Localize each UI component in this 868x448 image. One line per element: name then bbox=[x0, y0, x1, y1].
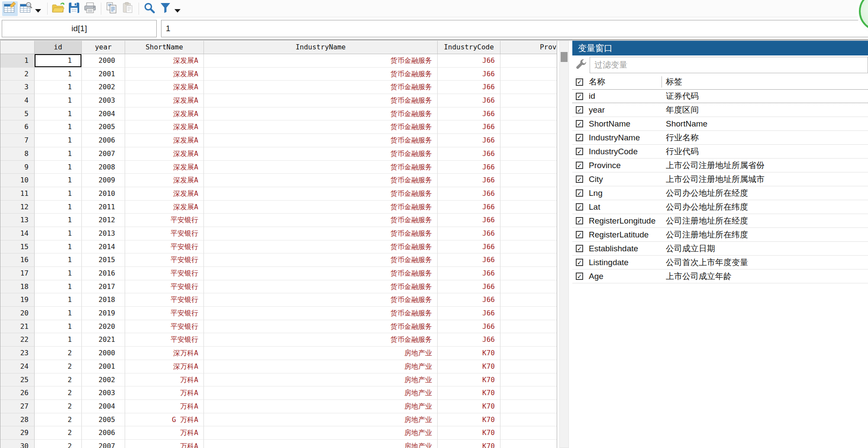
cell-ShortName[interactable]: 万科A bbox=[125, 400, 204, 413]
variable-row-IndustryCode[interactable]: ✓IndustryCode行业代码 bbox=[572, 145, 868, 159]
cell-IndustryName[interactable]: 房地产业 bbox=[204, 373, 438, 387]
cell-IndustryCode[interactable]: J66 bbox=[438, 201, 500, 214]
cell-id[interactable]: 1 bbox=[35, 201, 82, 214]
cell-IndustryName[interactable]: 货币金融服务 bbox=[204, 267, 438, 280]
row-number[interactable]: 30 bbox=[0, 440, 35, 448]
select-all-checkbox[interactable]: ✓ bbox=[576, 78, 583, 86]
cell-IndustryCode[interactable]: K70 bbox=[438, 426, 500, 440]
cell-IndustryCode[interactable]: K70 bbox=[438, 413, 500, 427]
cell-Province[interactable] bbox=[500, 280, 557, 294]
row-number[interactable]: 17 bbox=[0, 267, 35, 280]
cell-IndustryCode[interactable]: J66 bbox=[438, 214, 500, 227]
cell-ShortName[interactable]: 深发展A bbox=[125, 161, 204, 174]
filter-dropdown-caret-icon[interactable] bbox=[174, 9, 181, 13]
cell-year[interactable]: 2000 bbox=[82, 54, 125, 68]
variable-checkbox[interactable]: ✓ bbox=[576, 106, 583, 114]
filter-button[interactable] bbox=[158, 1, 173, 16]
cell-id[interactable]: 1 bbox=[35, 54, 82, 68]
cell-id[interactable]: 1 bbox=[35, 280, 82, 294]
cell-IndustryCode[interactable]: J66 bbox=[438, 267, 500, 280]
row-number[interactable]: 3 bbox=[0, 81, 35, 94]
cell-year[interactable]: 2013 bbox=[82, 227, 125, 240]
cell-Province[interactable] bbox=[500, 307, 557, 320]
row-number[interactable]: 26 bbox=[0, 386, 35, 400]
cell-IndustryName[interactable]: 货币金融服务 bbox=[204, 214, 438, 227]
cell-year[interactable]: 2006 bbox=[82, 134, 125, 147]
cell-year[interactable]: 2003 bbox=[82, 386, 125, 400]
cell-year[interactable]: 2016 bbox=[82, 267, 125, 280]
cell-id[interactable]: 2 bbox=[35, 413, 82, 427]
cell-IndustryCode[interactable]: K70 bbox=[438, 373, 500, 387]
variable-row-RegisterLongitude[interactable]: ✓RegisterLongitude公司注册地址所在经度 bbox=[572, 214, 868, 228]
cell-ShortName[interactable]: 平安银行 bbox=[125, 320, 204, 334]
row-number[interactable]: 13 bbox=[0, 214, 35, 227]
row-number[interactable]: 16 bbox=[0, 253, 35, 267]
cell-IndustryName[interactable]: 货币金融服务 bbox=[204, 333, 438, 347]
cell-IndustryCode[interactable]: J66 bbox=[438, 68, 500, 81]
browse-table-dropdown-caret-icon[interactable] bbox=[35, 9, 41, 13]
row-number[interactable]: 10 bbox=[0, 174, 35, 187]
cell-year[interactable]: 2019 bbox=[82, 307, 125, 320]
variable-checkbox[interactable]: ✓ bbox=[576, 93, 583, 100]
cell-Province[interactable] bbox=[500, 320, 557, 334]
row-number[interactable]: 12 bbox=[0, 201, 35, 214]
column-header-Province[interactable]: Province bbox=[500, 41, 557, 54]
cell-IndustryCode[interactable]: J66 bbox=[438, 107, 500, 121]
grid-vertical-scrollbar[interactable] bbox=[559, 41, 569, 448]
cell-year[interactable]: 2010 bbox=[82, 187, 125, 201]
cell-year[interactable]: 2000 bbox=[82, 347, 125, 360]
cell-Province[interactable] bbox=[500, 413, 557, 427]
row-number[interactable]: 28 bbox=[0, 413, 35, 427]
cell-ShortName[interactable]: 万科A bbox=[125, 426, 204, 440]
cell-year[interactable]: 2004 bbox=[82, 107, 125, 121]
cell-year[interactable]: 2007 bbox=[82, 147, 125, 161]
column-header-ShortName[interactable]: ShortName bbox=[125, 41, 204, 54]
cell-Province[interactable] bbox=[500, 161, 557, 174]
cell-year[interactable]: 2021 bbox=[82, 333, 125, 347]
cell-IndustryCode[interactable]: J66 bbox=[438, 94, 500, 107]
cell-ShortName[interactable]: G 万科A bbox=[125, 413, 204, 427]
cell-ShortName[interactable]: 深万科A bbox=[125, 347, 204, 360]
cell-Province[interactable] bbox=[500, 360, 557, 373]
cell-ShortName[interactable]: 平安银行 bbox=[125, 280, 204, 294]
cell-year[interactable]: 2015 bbox=[82, 253, 125, 267]
variable-row-year[interactable]: ✓year年度区间 bbox=[572, 103, 868, 117]
cell-IndustryName[interactable]: 房地产业 bbox=[204, 386, 438, 400]
cell-id[interactable]: 1 bbox=[35, 227, 82, 240]
row-number[interactable]: 11 bbox=[0, 187, 35, 201]
variable-checkbox[interactable]: ✓ bbox=[576, 231, 583, 238]
cell-ShortName[interactable]: 深发展A bbox=[125, 54, 204, 68]
cell-IndustryCode[interactable]: J66 bbox=[438, 280, 500, 294]
cell-id[interactable]: 1 bbox=[35, 94, 82, 107]
row-number[interactable]: 29 bbox=[0, 426, 35, 440]
cell-ShortName[interactable]: 深发展A bbox=[125, 174, 204, 187]
cell-IndustryCode[interactable]: J66 bbox=[438, 240, 500, 254]
save-button[interactable] bbox=[66, 1, 82, 16]
row-number[interactable]: 27 bbox=[0, 400, 35, 413]
cell-ShortName[interactable]: 深发展A bbox=[125, 81, 204, 94]
cell-year[interactable]: 2003 bbox=[82, 94, 125, 107]
cell-IndustryName[interactable]: 货币金融服务 bbox=[204, 240, 438, 254]
cell-Province[interactable] bbox=[500, 174, 557, 187]
cell-reference-box[interactable]: id[1] bbox=[2, 20, 157, 37]
cell-IndustryName[interactable]: 房地产业 bbox=[204, 347, 438, 360]
cell-ShortName[interactable]: 深万科A bbox=[125, 360, 204, 373]
cell-id[interactable]: 1 bbox=[35, 333, 82, 347]
cell-IndustryCode[interactable]: K70 bbox=[438, 347, 500, 360]
cell-id[interactable]: 1 bbox=[35, 107, 82, 121]
cell-id[interactable]: 1 bbox=[35, 267, 82, 280]
label-column-header[interactable]: 标签 bbox=[666, 76, 682, 88]
cell-IndustryCode[interactable]: K70 bbox=[438, 360, 500, 373]
cell-year[interactable]: 2006 bbox=[82, 426, 125, 440]
cell-IndustryCode[interactable]: J66 bbox=[438, 147, 500, 161]
cell-ShortName[interactable]: 平安银行 bbox=[125, 227, 204, 240]
cell-year[interactable]: 2017 bbox=[82, 280, 125, 294]
cell-year[interactable]: 2009 bbox=[82, 174, 125, 187]
cell-IndustryName[interactable]: 货币金融服务 bbox=[204, 147, 438, 161]
variable-row-IndustryName[interactable]: ✓IndustryName行业名称 bbox=[572, 131, 868, 145]
row-number[interactable]: 7 bbox=[0, 134, 35, 147]
variable-row-ShortName[interactable]: ✓ShortNameShortName bbox=[572, 117, 868, 131]
cell-Province[interactable] bbox=[500, 68, 557, 81]
cell-Province[interactable] bbox=[500, 386, 557, 400]
cell-year[interactable]: 2002 bbox=[82, 373, 125, 387]
